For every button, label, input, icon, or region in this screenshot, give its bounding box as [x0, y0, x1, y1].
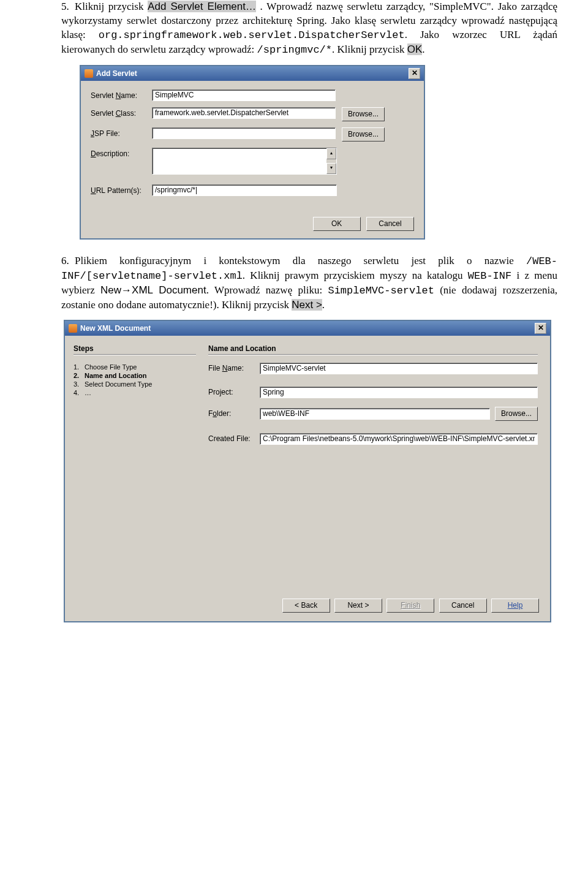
text: .	[322, 299, 325, 311]
servlet-class-label: Servlet Class:	[91, 107, 152, 118]
folder-input[interactable]	[260, 408, 490, 420]
code-webinf: WEB-INF	[468, 270, 511, 282]
folder-label: Folder:	[208, 409, 260, 418]
text: . Kliknij przycisk	[332, 43, 407, 55]
servlet-name-label: Servlet Name:	[91, 89, 152, 100]
text: . Wprowadź nazwę pliku:	[206, 284, 328, 296]
description-label: Description:	[91, 148, 152, 158]
jsp-file-label: JSP File:	[91, 127, 152, 138]
browse-class-button[interactable]: Browse...	[342, 107, 385, 121]
created-file-label: Created File:	[208, 434, 260, 443]
text: . Kliknij prawym przyciskiem myszy na ka…	[243, 270, 468, 281]
form-panel: Name and Location File Name: Project: Fo…	[202, 336, 550, 459]
project-label: Project:	[208, 388, 260, 396]
wizard-buttons: < Back Next > Finish Cancel Help	[280, 599, 539, 613]
highlight-next: Next >	[292, 299, 322, 311]
steps-heading: Steps	[74, 344, 196, 353]
servlet-name-input[interactable]	[152, 89, 336, 101]
code-filename: SimpleMVC-servlet	[328, 285, 434, 297]
titlebar: Add Servlet ✕	[81, 66, 424, 81]
code-dispatcher: org.springframework.web.servlet.Dispatch…	[99, 29, 405, 41]
text: .	[422, 43, 424, 55]
description-input[interactable]: ▴ ▾	[152, 148, 337, 175]
steps-panel: Steps 1.Choose File Type 2.Name and Loca…	[65, 336, 202, 459]
ok-button[interactable]: OK	[313, 217, 361, 231]
close-icon[interactable]: ✕	[409, 68, 420, 79]
steps-list: 1.Choose File Type 2.Name and Location 3…	[74, 363, 196, 397]
step-item: 1.Choose File Type	[74, 363, 196, 371]
servlet-class-input[interactable]	[152, 107, 336, 119]
titlebar: New XML Document ✕	[65, 321, 550, 336]
highlight-ok: OK	[407, 43, 423, 55]
scroll-down-icon[interactable]: ▾	[326, 163, 336, 174]
close-icon[interactable]: ✕	[535, 323, 546, 334]
dialog-icon	[85, 69, 93, 78]
jsp-file-input[interactable]	[152, 127, 336, 139]
scrollbar[interactable]: ▴ ▾	[326, 148, 336, 174]
text: Plikiem konfiguracyjnym i kontekstowym d…	[75, 255, 526, 266]
text: Kliknij przycisk	[75, 1, 148, 12]
cancel-button[interactable]: Cancel	[366, 217, 414, 231]
step-number: 6.	[61, 254, 75, 268]
dialog-icon	[69, 324, 77, 333]
url-pattern-input[interactable]	[152, 184, 337, 196]
project-input[interactable]	[260, 387, 538, 398]
help-button[interactable]: Help	[491, 599, 539, 613]
code-urlpattern: /springmvc/*	[257, 44, 332, 56]
dialog-title: New XML Document	[80, 324, 151, 333]
divider	[74, 354, 196, 355]
browse-folder-button[interactable]: Browse...	[495, 407, 538, 421]
highlight-add-servlet: Add Servlet Element…	[148, 1, 256, 12]
step-item-active: 2.Name and Location	[74, 371, 196, 380]
add-servlet-dialog: Add Servlet ✕ Servlet Name: Servlet Clas…	[80, 65, 425, 240]
panel-heading: Name and Location	[208, 344, 538, 353]
paragraph-5: 5.Kliknij przycisk Add Servlet Element… …	[61, 0, 557, 58]
cancel-button[interactable]: Cancel	[439, 599, 487, 613]
file-name-label: File Name:	[208, 364, 260, 372]
url-pattern-label: URL Pattern(s):	[91, 184, 152, 195]
finish-button: Finish	[386, 599, 434, 613]
file-name-input[interactable]	[260, 363, 538, 374]
next-button[interactable]: Next >	[334, 599, 382, 613]
back-button[interactable]: < Back	[282, 599, 330, 613]
scroll-up-icon[interactable]: ▴	[326, 148, 336, 159]
step-item: 3.Select Document Type	[74, 380, 196, 388]
menu-path: New→XML Document	[100, 284, 206, 296]
step-item: 4.…	[74, 388, 196, 397]
new-xml-document-dialog: New XML Document ✕ Steps 1.Choose File T…	[64, 320, 551, 622]
step-number: 5.	[61, 0, 75, 14]
created-file-input	[260, 433, 538, 445]
paragraph-6: 6.Plikiem konfiguracyjnym i kontekstowym…	[61, 254, 557, 312]
browse-jsp-button[interactable]: Browse...	[342, 127, 385, 142]
dialog-title: Add Servlet	[96, 69, 137, 78]
divider	[208, 354, 538, 355]
